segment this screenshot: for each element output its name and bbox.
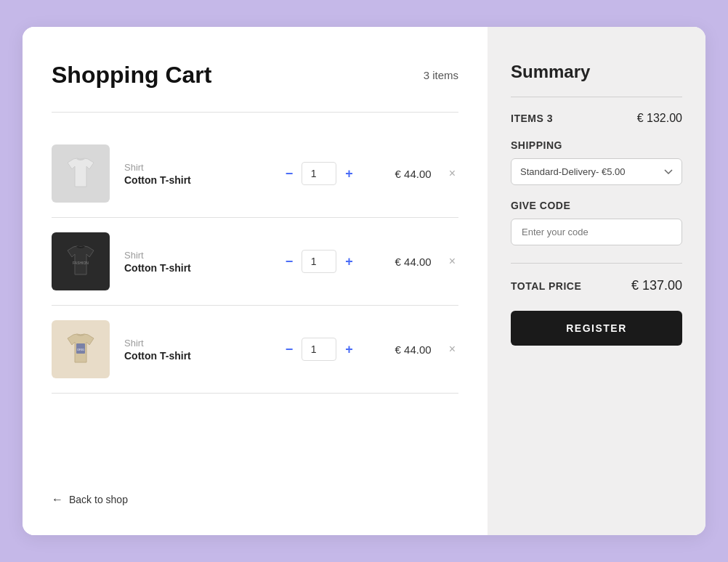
total-divider bbox=[511, 263, 682, 264]
cart-item-count: 3 items bbox=[424, 69, 458, 81]
qty-input-1[interactable] bbox=[302, 162, 336, 185]
summary-panel: Summary ITEMS 3 € 132.00 SHIPPING Standa… bbox=[488, 27, 705, 535]
remove-item-2[interactable]: × bbox=[446, 253, 458, 270]
back-link-label: Back to shop bbox=[69, 494, 128, 505]
qty-decrease-2[interactable]: − bbox=[280, 253, 299, 269]
summary-top-divider bbox=[511, 97, 682, 97]
qty-increase-2[interactable]: + bbox=[339, 253, 359, 269]
back-arrow-icon: ← bbox=[52, 493, 63, 506]
cart-item-1: Shirt Cotton T-shirt − + € 44.00 × bbox=[52, 130, 458, 218]
svg-text:ORIG: ORIG bbox=[77, 348, 84, 351]
cart-header: Shopping Cart 3 items bbox=[52, 62, 458, 89]
item-name-1: Cotton T-shirt bbox=[124, 174, 265, 186]
register-button[interactable]: REGISTER bbox=[511, 311, 682, 346]
shipping-section: SHIPPING Standard-Delivery- €5.00 Expres… bbox=[511, 139, 682, 185]
cart-panel: Shopping Cart 3 items Shirt Cotton T-shi… bbox=[23, 27, 488, 535]
total-price-label: TOTAL PRICE bbox=[511, 280, 581, 292]
qty-control-3: − + bbox=[280, 338, 359, 361]
total-price-value: € 137.00 bbox=[631, 278, 682, 293]
item-details-2: Shirt Cotton T-shirt bbox=[124, 250, 265, 274]
item-price-2: € 44.00 bbox=[373, 256, 432, 268]
summary-title: Summary bbox=[511, 62, 682, 82]
back-to-shop-link[interactable]: ← Back to shop bbox=[52, 493, 458, 506]
total-price-row: TOTAL PRICE € 137.00 bbox=[511, 278, 682, 293]
items-summary-value: € 132.00 bbox=[637, 112, 682, 125]
code-input[interactable] bbox=[511, 219, 682, 245]
item-image-3: ORIG bbox=[52, 320, 110, 378]
cart-title: Shopping Cart bbox=[52, 62, 211, 89]
cart-item-3: ORIG Shirt Cotton T-shirt − + € 44.00 × bbox=[52, 306, 458, 394]
remove-item-3[interactable]: × bbox=[446, 341, 458, 358]
item-details-1: Shirt Cotton T-shirt bbox=[124, 162, 265, 186]
shipping-select[interactable]: Standard-Delivery- €5.00 Express-Deliver… bbox=[511, 158, 682, 185]
item-category-2: Shirt bbox=[124, 250, 265, 261]
item-name-3: Cotton T-shirt bbox=[124, 350, 265, 362]
items-summary-label: ITEMS 3 bbox=[511, 113, 553, 124]
give-code-label: GIVE CODE bbox=[511, 200, 682, 211]
item-image-1 bbox=[52, 144, 110, 203]
qty-decrease-3[interactable]: − bbox=[280, 341, 299, 357]
item-category-3: Shirt bbox=[124, 338, 265, 349]
qty-control-1: − + bbox=[280, 162, 359, 185]
remove-item-1[interactable]: × bbox=[446, 165, 458, 182]
cart-item-2: FASHION Shirt Cotton T-shirt − + € 44.00… bbox=[52, 218, 458, 306]
item-name-2: Cotton T-shirt bbox=[124, 262, 265, 274]
shipping-label: SHIPPING bbox=[511, 139, 682, 151]
item-details-3: Shirt Cotton T-shirt bbox=[124, 338, 265, 362]
qty-control-2: − + bbox=[280, 250, 359, 273]
item-price-3: € 44.00 bbox=[373, 343, 432, 356]
qty-decrease-1[interactable]: − bbox=[280, 166, 299, 182]
svg-text:FASHION: FASHION bbox=[73, 261, 89, 265]
header-divider bbox=[52, 112, 458, 113]
qty-increase-3[interactable]: + bbox=[339, 341, 359, 357]
tshirt-icon-2: FASHION bbox=[59, 240, 102, 283]
qty-input-3[interactable] bbox=[302, 338, 336, 361]
item-image-2: FASHION bbox=[52, 232, 110, 290]
item-price-1: € 44.00 bbox=[373, 168, 432, 180]
qty-increase-1[interactable]: + bbox=[339, 166, 359, 182]
item-category-1: Shirt bbox=[124, 162, 265, 173]
qty-input-2[interactable] bbox=[302, 250, 336, 273]
items-summary-row: ITEMS 3 € 132.00 bbox=[511, 112, 682, 125]
shopping-cart-card: Shopping Cart 3 items Shirt Cotton T-shi… bbox=[23, 27, 705, 535]
give-code-section: GIVE CODE bbox=[511, 200, 682, 245]
tshirt-icon-3: ORIG bbox=[59, 327, 102, 371]
tshirt-icon-1 bbox=[59, 152, 102, 195]
